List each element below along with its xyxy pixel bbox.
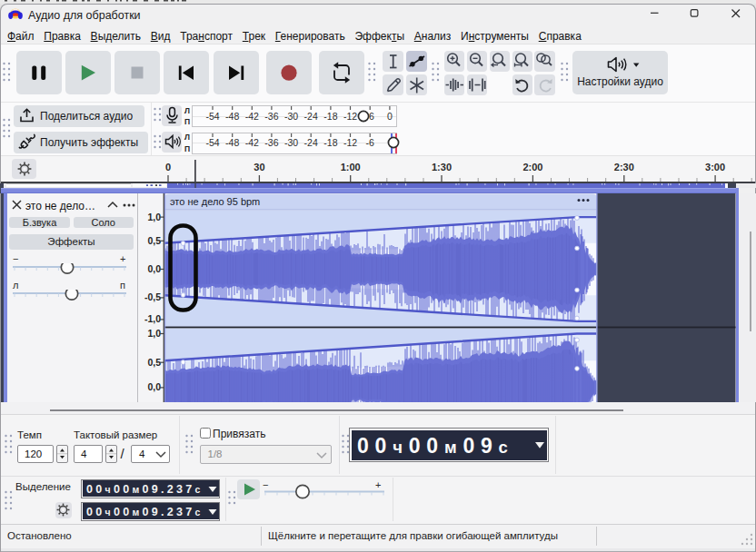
svg-text:это не дело 95 bpm: это не дело 95 bpm [170,196,260,207]
